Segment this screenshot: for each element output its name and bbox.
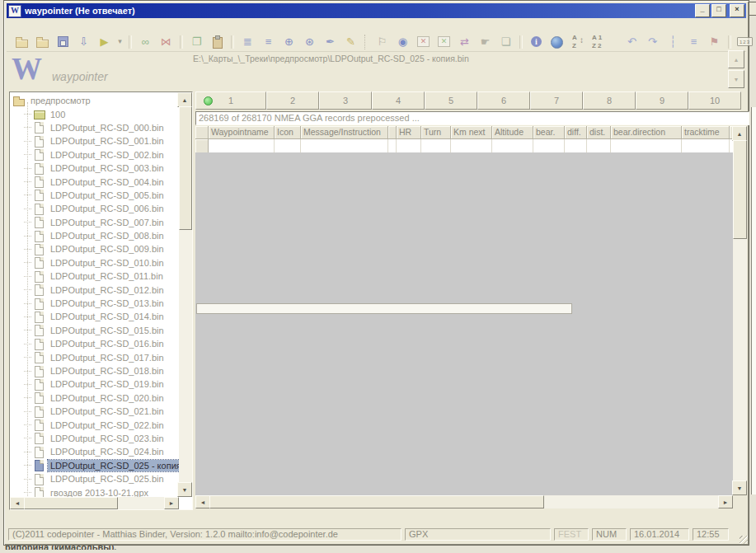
- tree-item-file[interactable]: LDPOutput_RC-SD_012.bin: [13, 283, 179, 296]
- note-copy-button[interactable]: ❏: [496, 33, 515, 50]
- tree-vertical-scrollbar[interactable]: ▲ ▼: [179, 92, 192, 497]
- col-turn[interactable]: Turn: [421, 126, 451, 139]
- tab-3[interactable]: 3: [319, 91, 372, 110]
- col-hr[interactable]: HR: [397, 126, 421, 139]
- tree-item-file[interactable]: LDPOutput_RC-SD_016.bin: [13, 337, 179, 350]
- image-delete-red-button[interactable]: ✕: [414, 33, 433, 50]
- tree-item-file[interactable]: LDPOutput_RC-SD_013.bin: [13, 297, 179, 310]
- scrollbar-thumb[interactable]: [179, 106, 192, 230]
- tab-2[interactable]: 2: [266, 91, 319, 110]
- open-file-button[interactable]: [12, 33, 31, 50]
- hand-pointer-button[interactable]: ☛: [476, 33, 495, 50]
- tab-1[interactable]: 1: [195, 91, 266, 110]
- lines-button[interactable]: ≡: [684, 33, 703, 50]
- tree-root-folder[interactable]: предпросмотр: [13, 94, 179, 107]
- scroll-left-button[interactable]: ◄: [10, 497, 25, 509]
- scroll-right-button[interactable]: ►: [164, 497, 179, 509]
- flag-red-button[interactable]: ⚑: [705, 33, 724, 50]
- tree-item-file[interactable]: LDPOutput_RC-SD_002.bin: [13, 148, 179, 162]
- keyboard-123-button[interactable]: 123: [735, 33, 754, 50]
- copy-button[interactable]: ❐: [187, 33, 206, 50]
- scrollbar-thumb[interactable]: [209, 495, 544, 508]
- tree-item-file[interactable]: LDPOutput_RC-SD_005.bin: [13, 189, 179, 202]
- link-node-button[interactable]: ∞: [136, 33, 155, 50]
- scroll-down-button[interactable]: ▼: [732, 480, 747, 495]
- scroll-up-button[interactable]: ▲: [732, 126, 747, 141]
- tree-item-file[interactable]: LDPOutput_RC-SD_004.bin: [13, 175, 179, 188]
- import-download-button[interactable]: ⇩: [74, 33, 93, 50]
- tree-item-file-selected[interactable]: LDPOutput_RC-SD_025 - копия.: [13, 459, 179, 472]
- route-points-button[interactable]: ⋈: [157, 33, 176, 50]
- close-button[interactable]: ×: [730, 4, 744, 17]
- tree-item-file[interactable]: LDPOutput_RC-SD_009.bin: [13, 242, 179, 255]
- redo-button[interactable]: ↷: [643, 33, 662, 50]
- tree-item-file[interactable]: LDPOutput_RC-SD_008.bin: [13, 229, 179, 242]
- col-bear-direction[interactable]: bear.direction: [611, 126, 682, 139]
- tree-item-file[interactable]: LDPOutput_RC-SD_019.bin: [13, 377, 179, 391]
- sort-az12-button[interactable]: [589, 33, 608, 50]
- open-folder-button[interactable]: [33, 33, 52, 50]
- scroll-up-button[interactable]: ▲: [177, 92, 192, 107]
- col-diff[interactable]: diff.: [565, 126, 587, 139]
- col-waypointname[interactable]: Waypointname: [209, 126, 275, 139]
- minimize-button[interactable]: _: [695, 4, 710, 17]
- maximize-button[interactable]: □: [711, 4, 726, 17]
- sort-az-button[interactable]: ↕: [568, 33, 587, 50]
- table-row[interactable]: [195, 139, 733, 152]
- tree-item-file[interactable]: LDPOutput_RC-SD_018.bin: [13, 364, 179, 377]
- tab-6[interactable]: 6: [477, 91, 530, 110]
- pencil-edit-button[interactable]: ✎: [341, 33, 360, 50]
- tree-item-file[interactable]: LDPOutput_RC-SD_006.bin: [13, 202, 179, 215]
- scroll-down-button[interactable]: ▼: [177, 482, 192, 497]
- tree-item-file[interactable]: LDPOutput_RC-SD_017.bin: [13, 350, 179, 363]
- table-vertical-scrollbar[interactable]: ▲ ▼: [733, 126, 747, 495]
- tab-4[interactable]: 4: [372, 91, 425, 110]
- col-dist[interactable]: dist.: [587, 126, 611, 139]
- tree-item-file[interactable]: LDPOutput_RC-SD_001.bin: [13, 134, 179, 148]
- tree-item-file[interactable]: LDPOutput_RC-SD_011.bin: [13, 269, 179, 283]
- scroll-right-button[interactable]: ►: [718, 495, 733, 508]
- scrollbar-thumb[interactable]: [733, 140, 747, 239]
- list-align-button[interactable]: ≣: [238, 33, 257, 50]
- tree-item-file[interactable]: LDPOutput_RC-SD_010.bin: [13, 256, 179, 269]
- col-km-next[interactable]: Km next: [451, 126, 492, 139]
- tree-item-file[interactable]: LDPOutput_RC-SD_025.bin: [13, 472, 179, 485]
- info-button[interactable]: i: [527, 33, 546, 50]
- col-altitude[interactable]: Altitude: [492, 126, 533, 139]
- tab-5[interactable]: 5: [425, 91, 477, 110]
- col-tracktime[interactable]: tracktime: [682, 126, 730, 139]
- globe-blue-button[interactable]: ◉: [393, 33, 412, 50]
- run-button[interactable]: ▶: [95, 33, 114, 50]
- tab-10[interactable]: 10: [688, 91, 741, 110]
- tree-item-file[interactable]: LDPOutput_RC-SD_023.bin: [13, 432, 179, 445]
- tab-7[interactable]: 7: [530, 91, 583, 110]
- tree-item-100[interactable]: 100: [13, 107, 179, 120]
- paste-button[interactable]: [208, 33, 227, 50]
- tree-item-file[interactable]: LDPOutput_RC-SD_021.bin: [13, 405, 179, 418]
- tree-item-file[interactable]: LDPOutput_RC-SD_024.bin: [13, 445, 179, 458]
- image-delete-green-button[interactable]: ✕: [434, 33, 453, 50]
- tree-item-file[interactable]: LDPOutput_RC-SD_014.bin: [13, 310, 179, 323]
- save-button[interactable]: [54, 33, 73, 50]
- tree-item-file[interactable]: LDPOutput_RC-SD_000.bin: [13, 121, 179, 134]
- run-dropdown-caret[interactable]: ▾: [115, 33, 124, 50]
- scroll-left-button[interactable]: ◄: [195, 495, 210, 508]
- col-spacer[interactable]: [388, 126, 397, 139]
- title-bar[interactable]: W waypointer (Не отвечает) _ □ ×: [7, 3, 746, 18]
- tab-8[interactable]: 8: [583, 91, 636, 110]
- tree-item-file[interactable]: гвоздов 2013-10-21.gpx: [13, 485, 179, 497]
- tree-item-file[interactable]: LDPOutput_RC-SD_020.bin: [13, 391, 179, 405]
- flag-white-button[interactable]: ⚐: [373, 33, 392, 50]
- resize-grip[interactable]: [740, 536, 748, 544]
- tree-item-file[interactable]: LDPOutput_RC-SD_003.bin: [13, 162, 179, 175]
- tree-item-file[interactable]: LDPOutput_RC-SD_015.bin: [13, 324, 179, 337]
- scrollbar-thumb[interactable]: [24, 497, 118, 509]
- waypoint-target-button[interactable]: ⊕: [279, 33, 298, 50]
- earth-button[interactable]: [547, 33, 566, 50]
- spin-down-button[interactable]: ▼: [728, 70, 744, 88]
- tree-horizontal-scrollbar[interactable]: ◄ ►: [10, 497, 179, 509]
- col-icon[interactable]: Icon: [275, 126, 301, 139]
- spin-up-button[interactable]: ▲: [728, 50, 744, 68]
- col-bear[interactable]: bear.: [533, 126, 565, 139]
- dotted-marker-button[interactable]: ┆: [664, 33, 683, 50]
